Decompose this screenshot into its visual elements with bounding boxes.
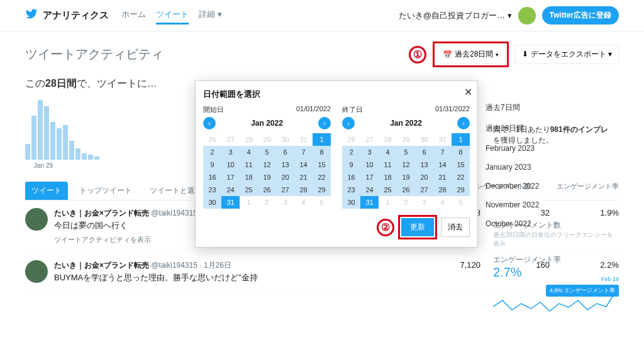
cal-day[interactable]: 31 — [360, 196, 379, 209]
cal-day[interactable]: 11 — [240, 158, 258, 171]
date-range-popup: ✕ 日付範囲を選択 開始日01/01/2022 ‹ Jan 2022 › 262… — [195, 80, 478, 248]
sparkline-date: Feb 19 — [601, 276, 619, 282]
nav-more[interactable]: 詳細 ▾ — [199, 6, 222, 25]
cal-day[interactable]: 6 — [276, 146, 294, 158]
cal-day[interactable]: 12 — [397, 158, 415, 171]
quick-jan23[interactable]: January 2023 — [483, 158, 552, 177]
nav-home[interactable]: ホーム — [121, 6, 146, 25]
close-icon[interactable]: ✕ — [464, 86, 472, 98]
cal-day[interactable]: 5 — [258, 146, 276, 158]
cal-day[interactable]: 7 — [294, 146, 313, 158]
export-button[interactable]: ⬇ データをエクスポート ▾ — [515, 45, 619, 64]
popup-title: 日付範囲を選択 — [203, 89, 470, 100]
quick-oct22[interactable]: October 2022 — [483, 214, 552, 233]
cal-day[interactable]: 26 — [397, 184, 415, 196]
tweet-avatar — [25, 208, 48, 231]
cal-day[interactable]: 6 — [415, 146, 433, 158]
cal-day[interactable]: 1 — [452, 133, 470, 146]
cal-day[interactable]: 25 — [379, 184, 397, 196]
cal-day[interactable]: 20 — [415, 171, 433, 184]
prev-month-icon[interactable]: ‹ — [203, 117, 216, 129]
cal-day[interactable]: 10 — [221, 158, 240, 171]
cal-day[interactable]: 21 — [294, 171, 313, 184]
cal-day[interactable]: 24 — [360, 184, 379, 196]
cal-day[interactable]: 19 — [258, 171, 276, 184]
cal-day[interactable]: 17 — [360, 171, 379, 184]
cal-day[interactable]: 18 — [240, 171, 258, 184]
ad-signup-button[interactable]: Twitter広告に登録 — [542, 6, 619, 25]
cal-day[interactable]: 2 — [342, 146, 360, 158]
annotation-2: ② — [377, 219, 394, 236]
cal-day[interactable]: 13 — [276, 158, 294, 171]
update-button[interactable]: 更新 — [401, 218, 434, 236]
date-range-button[interactable]: 📅 過去28日間 ▾ — [436, 45, 506, 64]
cal-day[interactable]: 5 — [397, 146, 415, 158]
cal-day[interactable]: 13 — [415, 158, 433, 171]
cal-day[interactable]: 18 — [379, 171, 397, 184]
cal-day[interactable]: 8 — [313, 146, 331, 158]
cal-day[interactable]: 3 — [221, 146, 240, 158]
date-range-label: 過去28日間 — [455, 49, 493, 60]
clear-button[interactable]: 消去 — [441, 217, 470, 237]
tab-top-tweets[interactable]: トップツイート — [73, 182, 138, 200]
prev-month-icon-2[interactable]: ‹ — [342, 117, 355, 129]
cal-day[interactable]: 28 — [294, 184, 313, 196]
cal-day[interactable]: 20 — [276, 171, 294, 184]
cal-day[interactable]: 14 — [294, 158, 313, 171]
tweet-author: たいき｜お金×ブランド転売 — [54, 261, 149, 270]
next-month-icon-2[interactable]: › — [457, 117, 470, 129]
cal-day[interactable]: 8 — [452, 146, 470, 158]
cal-day[interactable]: 25 — [240, 184, 258, 196]
cal-day[interactable]: 22 — [452, 171, 470, 184]
tab-tweets[interactable]: ツイート — [25, 182, 68, 200]
cal-day[interactable]: 28 — [433, 184, 452, 196]
cal-day[interactable]: 27 — [276, 184, 294, 196]
calendar-icon: 📅 — [443, 50, 452, 59]
end-label: 終了日 — [342, 105, 363, 114]
cal-day[interactable]: 21 — [433, 171, 452, 184]
cal-day[interactable]: 30 — [342, 196, 360, 209]
cal-day[interactable]: 10 — [360, 158, 379, 171]
cal-day[interactable]: 9 — [203, 158, 221, 171]
cal-day[interactable]: 24 — [221, 184, 240, 196]
end-date: 01/31/2022 — [435, 105, 470, 114]
quick-nov22[interactable]: November 2022 — [483, 195, 552, 214]
cal-day[interactable]: 19 — [397, 171, 415, 184]
calendar-start: 開始日01/01/2022 ‹ Jan 2022 › 2627282930311… — [203, 105, 331, 209]
cal-day[interactable]: 23 — [342, 184, 360, 196]
cal-day[interactable]: 26 — [258, 184, 276, 196]
cal-day[interactable]: 15 — [452, 158, 470, 171]
cal-day[interactable]: 29 — [313, 184, 331, 196]
cal-day[interactable]: 9 — [342, 158, 360, 171]
quick-dec22[interactable]: December 2022 — [483, 177, 552, 195]
user-menu[interactable]: たいき@自己投資ブロガー… ▾ — [399, 10, 512, 21]
cal-day[interactable]: 2 — [203, 146, 221, 158]
cal-day[interactable]: 27 — [415, 184, 433, 196]
cal-day[interactable]: 16 — [203, 171, 221, 184]
cal-day[interactable]: 23 — [203, 184, 221, 196]
cal-day[interactable]: 22 — [313, 171, 331, 184]
quick-feb23[interactable]: February 2023 — [483, 139, 552, 158]
nav-tweets[interactable]: ツイート — [156, 6, 189, 25]
cal-day[interactable]: 15 — [313, 158, 331, 171]
quick-7days[interactable]: 過去7日間 — [483, 97, 552, 118]
cal-day[interactable]: 1 — [313, 133, 331, 146]
cal-day[interactable]: 30 — [203, 196, 221, 209]
cal-month-start: Jan 2022 — [251, 119, 283, 128]
next-month-icon[interactable]: › — [318, 117, 331, 129]
cal-day[interactable]: 14 — [433, 158, 452, 171]
cal-day[interactable]: 17 — [221, 171, 240, 184]
cal-day[interactable]: 4 — [240, 146, 258, 158]
quick-28days[interactable]: 過去28日間 — [483, 118, 552, 139]
cal-day[interactable]: 3 — [360, 146, 379, 158]
cal-day[interactable]: 4 — [379, 146, 397, 158]
cal-day[interactable]: 11 — [379, 158, 397, 171]
cal-day[interactable]: 31 — [221, 196, 240, 209]
annotation-box-1: 📅 過去28日間 ▾ — [433, 41, 509, 67]
cal-day[interactable]: 12 — [258, 158, 276, 171]
cal-day[interactable]: 16 — [342, 171, 360, 184]
avatar[interactable] — [518, 7, 536, 25]
cal-day[interactable]: 7 — [433, 146, 452, 158]
cal-day[interactable]: 29 — [452, 184, 470, 196]
start-date: 01/01/2022 — [296, 105, 331, 114]
